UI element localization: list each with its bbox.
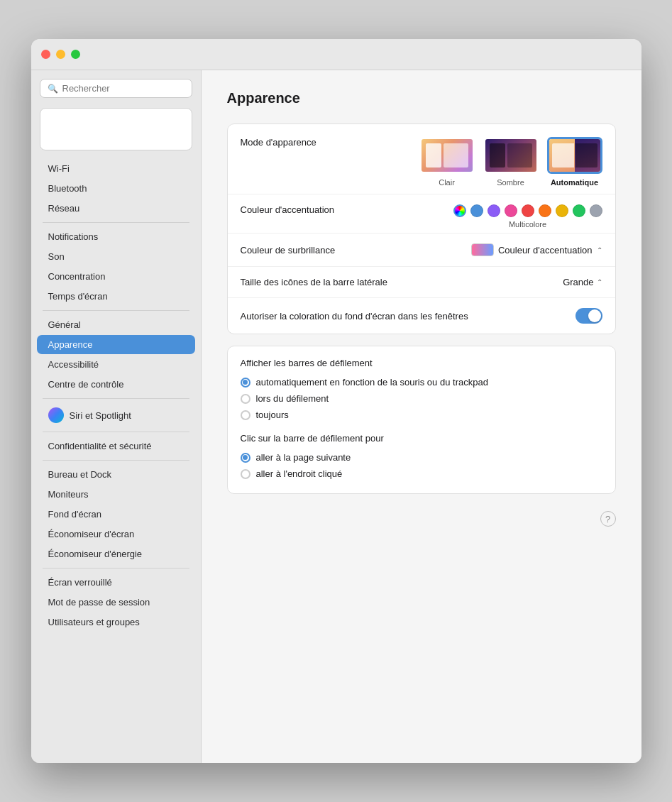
mode-thumbnails: Clair (419, 137, 602, 187)
barres-title: Afficher les barres de défilement (241, 358, 602, 368)
mode-sombre-thumb (483, 137, 539, 174)
surbrillance-control[interactable]: Couleur d'accentuation ⌃ (471, 243, 602, 256)
color-purple[interactable] (488, 204, 500, 217)
surbrillance-value: Couleur d'accentuation (498, 245, 593, 256)
surbrillance-row: Couleur de surbrillance Couleur d'accent… (228, 234, 615, 267)
sidebar-item-economiseur-ecran[interactable]: Économiseur d'écran (37, 524, 195, 544)
coloration-row: Autoriser la coloration du fond d'écran … (228, 298, 615, 334)
barres-section: Afficher les barres de défilement automa… (227, 346, 616, 494)
sidebar-item-siri[interactable]: Siri et Spotlight (37, 403, 195, 427)
mode-row: Mode d'apparence (228, 124, 615, 194)
barres-options: automatiquement en fonction de la souris… (241, 377, 602, 420)
close-button[interactable] (41, 50, 50, 59)
system-preferences-window: 🔍 Wi-Fi Bluetooth Réseau (31, 39, 641, 763)
color-green[interactable] (573, 204, 585, 217)
sidebar-group-siri: Siri et Spotlight (31, 403, 201, 427)
sidebar-group-display: Bureau et Dock Moniteurs Fond d'écran Éc… (31, 465, 201, 564)
sidebar-group-network: Wi-Fi Bluetooth Réseau (31, 159, 201, 218)
clic-page-radio (241, 453, 250, 463)
surbrillance-swatch (471, 243, 494, 256)
sidebar-item-confidentialite[interactable]: Confidentialité et sécurité (37, 436, 195, 456)
sidebar-item-bluetooth[interactable]: Bluetooth (37, 179, 195, 198)
sidebar-item-centre-controle[interactable]: Centre de contrôle (37, 375, 195, 394)
sidebar-item-reseau[interactable]: Réseau (37, 199, 195, 218)
icones-label: Taille des icônes de la barre latérale (241, 277, 387, 287)
mode-clair-thumb (419, 137, 475, 174)
sidebar-item-mot-de-passe[interactable]: Mot de passe de session (37, 593, 195, 612)
appearance-card: Mode d'apparence (227, 123, 616, 334)
mode-sombre-label: Sombre (497, 178, 524, 187)
sidebar-item-temps-ecran[interactable]: Temps d'écran (37, 287, 195, 306)
help-button[interactable]: ? (600, 511, 616, 527)
sidebar-item-wifi[interactable]: Wi-Fi (37, 159, 195, 178)
minimize-button[interactable] (56, 50, 65, 59)
search-input[interactable] (62, 83, 184, 94)
sidebar-divider-5 (43, 460, 189, 461)
sidebar-item-notifications[interactable]: Notifications (37, 227, 195, 246)
sidebar-item-apparence[interactable]: Apparence (37, 335, 195, 354)
accentuation-row: Couleur d'accentuation (228, 194, 615, 234)
page-title: Apparence (227, 90, 616, 106)
barre-toujours-radio (241, 410, 250, 420)
sidebar-item-son[interactable]: Son (37, 247, 195, 266)
accentuation-sublabel: Multicolore (509, 220, 546, 229)
sidebar-item-ecran-verrouille[interactable]: Écran verrouillé (37, 573, 195, 592)
content-area: 🔍 Wi-Fi Bluetooth Réseau (31, 70, 641, 763)
color-red[interactable] (522, 204, 534, 217)
coloration-toggle[interactable] (575, 308, 602, 324)
sidebar-group-privacy: Confidentialité et sécurité (31, 436, 201, 456)
color-blue[interactable] (470, 204, 483, 217)
barre-scroll-option[interactable]: lors du défilement (241, 393, 602, 404)
mode-auto-thumb (547, 137, 602, 174)
color-orange[interactable] (539, 204, 551, 217)
clic-endroit-option[interactable]: aller à l'endroit cliqué (241, 468, 602, 479)
siri-icon (48, 407, 64, 423)
color-multicolor[interactable] (453, 204, 466, 217)
maximize-button[interactable] (71, 50, 80, 59)
color-gray[interactable] (590, 204, 602, 217)
sidebar-item-bureau-dock[interactable]: Bureau et Dock (37, 465, 195, 484)
icones-arrow: ⌃ (597, 278, 602, 286)
clic-endroit-radio (241, 469, 250, 479)
sidebar-divider-3 (43, 398, 189, 399)
sidebar-item-fond-ecran[interactable]: Fond d'écran (37, 505, 195, 524)
sidebar: 🔍 Wi-Fi Bluetooth Réseau (31, 70, 202, 763)
main-content: Apparence Mode d'apparence (202, 70, 641, 763)
clic-page-option[interactable]: aller à la page suivante (241, 452, 602, 463)
sidebar-divider-2 (43, 310, 189, 311)
surbrillance-arrow: ⌃ (597, 246, 602, 254)
sidebar-group-security: Écran verrouillé Mot de passe de session… (31, 573, 201, 632)
coloration-label: Autoriser la coloration du fond d'écran … (241, 311, 468, 322)
clic-title: Clic sur la barre de défilement pour (241, 433, 602, 444)
sidebar-group-appearance: Général Apparence Accessibilité Centre d… (31, 315, 201, 394)
sidebar-item-concentration[interactable]: Concentration (37, 267, 195, 286)
icones-value: Grande (563, 277, 593, 287)
sidebar-divider-6 (43, 568, 189, 568)
sidebar-item-moniteurs[interactable]: Moniteurs (37, 485, 195, 504)
mode-automatique[interactable]: Automatique (547, 137, 602, 187)
barre-toujours-option[interactable]: toujours (241, 410, 602, 420)
barre-auto-radio (241, 378, 250, 388)
sidebar-item-economiseur-energie[interactable]: Économiseur d'énergie (37, 544, 195, 564)
search-icon: 🔍 (48, 84, 58, 94)
color-yellow[interactable] (556, 204, 568, 217)
surbrillance-label: Couleur de surbrillance (241, 245, 336, 256)
icones-control[interactable]: Grande ⌃ (563, 277, 602, 287)
clic-options: aller à la page suivante aller à l'endro… (241, 452, 602, 479)
barre-auto-option[interactable]: automatiquement en fonction de la souris… (241, 377, 602, 388)
accentuation-colors (453, 204, 602, 217)
sidebar-item-utilisateurs[interactable]: Utilisateurs et groupes (37, 613, 195, 632)
sidebar-item-accessibilite[interactable]: Accessibilité (37, 355, 195, 374)
mode-auto-label: Automatique (551, 178, 598, 187)
user-avatar (40, 108, 192, 150)
accentuation-label: Couleur d'accentuation (241, 204, 335, 215)
sidebar-item-general[interactable]: Général (37, 315, 195, 334)
barre-scroll-radio (241, 394, 250, 404)
sidebar-group-notifications: Notifications Son Concentration Temps d'… (31, 227, 201, 306)
mode-sombre[interactable]: Sombre (483, 137, 539, 187)
color-pink[interactable] (505, 204, 517, 217)
mode-label: Mode d'apparence (241, 137, 316, 148)
icones-row: Taille des icônes de la barre latérale G… (228, 267, 615, 298)
search-box[interactable]: 🔍 (40, 79, 192, 98)
mode-clair[interactable]: Clair (419, 137, 475, 187)
